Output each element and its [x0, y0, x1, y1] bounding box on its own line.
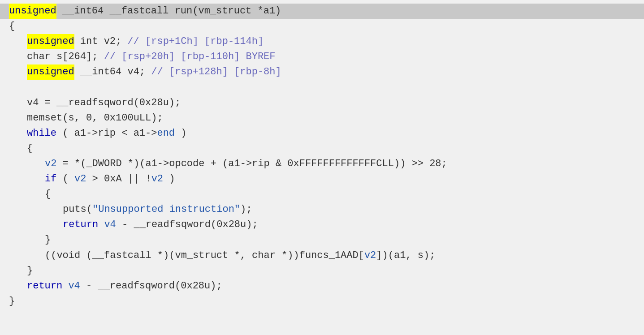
code-line-2: {	[0, 19, 644, 34]
code-line-1: unsigned __int64 __fastcall run(vm_struc…	[0, 4, 644, 19]
code-line-15: return v4 - __readfsqword(0x28u);	[0, 217, 644, 232]
keyword-unsigned-2: unsigned	[27, 34, 74, 49]
code-line-5: unsigned __int64 v4; // [rsp+128h] [rbp-…	[0, 64, 644, 80]
code-line-19: return v4 - __readfsqword(0x28u);	[0, 279, 644, 294]
code-line-9: while ( a1->rip < a1->end )	[0, 126, 644, 141]
code-line-3: unsigned int v2; // [rsp+1Ch] [rbp-114h]	[0, 34, 644, 49]
keyword-unsigned-1: unsigned	[9, 4, 56, 19]
code-line-20: }	[0, 294, 644, 309]
code-line-4: char s[264]; // [rsp+20h] [rbp-110h] BYR…	[0, 49, 644, 64]
code-container: unsigned __int64 __fastcall run(vm_struc…	[0, 0, 644, 335]
code-line-11: v2 = *(_DWORD *)(a1->opcode + (a1->rip &…	[0, 156, 644, 172]
code-line-8: memset(s, 0, 0x100uLL);	[0, 111, 644, 126]
code-line-10: {	[0, 141, 644, 156]
code-line-18: }	[0, 263, 644, 279]
code-line-7: v4 = __readfsqword(0x28u);	[0, 95, 644, 111]
code-line-6	[0, 80, 644, 95]
keyword-unsigned-3: unsigned	[27, 64, 74, 80]
code-line-14: puts("Unsupported instruction");	[0, 202, 644, 217]
code-line-16: }	[0, 232, 644, 248]
code-line-17: ((void (__fastcall *)(vm_struct *, char …	[0, 248, 644, 263]
code-line-12: if ( v2 > 0xA || !v2 )	[0, 172, 644, 187]
code-line-13: {	[0, 187, 644, 202]
